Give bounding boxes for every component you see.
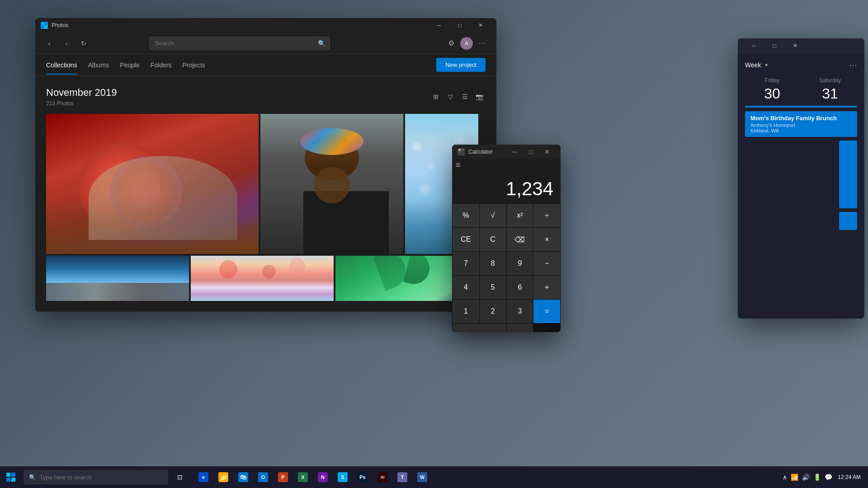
eight-button[interactable]: 8 bbox=[480, 252, 506, 275]
list-view-button[interactable]: ☰ bbox=[458, 90, 471, 103]
maximize-button[interactable]: □ bbox=[449, 18, 470, 33]
taskbar-app-excel[interactable]: X bbox=[293, 466, 313, 488]
one-button[interactable]: 1 bbox=[453, 300, 479, 323]
five-button[interactable]: 5 bbox=[480, 276, 506, 299]
divide-button[interactable]: ÷ bbox=[533, 204, 560, 227]
camera-view-button[interactable]: 📷 bbox=[473, 90, 486, 103]
multiply-button[interactable]: × bbox=[533, 228, 560, 251]
view-controls: ⊞ ▽ ☰ 📷 bbox=[429, 90, 486, 103]
plus-button[interactable]: + bbox=[533, 276, 560, 299]
volume-icon[interactable]: 🔊 bbox=[802, 474, 810, 481]
photo-woman[interactable] bbox=[260, 114, 403, 254]
filter-button[interactable]: ▽ bbox=[444, 90, 457, 103]
three-button[interactable]: 3 bbox=[507, 300, 533, 323]
taskbar-search-input[interactable] bbox=[40, 474, 163, 481]
zero-button[interactable]: 0 bbox=[453, 324, 506, 332]
back-button[interactable]: ‹ bbox=[42, 37, 56, 50]
tab-people[interactable]: People bbox=[120, 56, 140, 74]
taskbar-app-illustrator[interactable]: Ai bbox=[373, 466, 392, 488]
svg-rect-7 bbox=[463, 149, 464, 150]
taskbar-app-word[interactable]: W bbox=[412, 466, 432, 488]
minimize-button[interactable]: ─ bbox=[429, 18, 449, 33]
calendar-maximize-button[interactable]: □ bbox=[764, 38, 785, 53]
nine-button[interactable]: 9 bbox=[507, 252, 533, 275]
calendar-close-button[interactable]: ✕ bbox=[785, 38, 806, 53]
taskbar-app-explorer[interactable]: 📁 bbox=[213, 466, 233, 488]
event-location-2: Kirkland, WA bbox=[750, 128, 852, 133]
calculator-close-button[interactable]: ✕ bbox=[539, 145, 555, 159]
calculator-minimize-button[interactable]: ─ bbox=[506, 145, 523, 159]
taskbar-search-box[interactable]: 🔍 bbox=[24, 470, 168, 484]
saturday-column: Saturday 31 bbox=[803, 77, 857, 102]
avatar-button[interactable]: A bbox=[460, 37, 473, 50]
photo-grid bbox=[46, 114, 486, 301]
taskbar-app-photoshop[interactable]: Ps bbox=[353, 466, 373, 488]
settings-button[interactable]: ⚙ bbox=[444, 36, 458, 51]
tab-collections[interactable]: Collections bbox=[46, 56, 77, 74]
two-button[interactable]: 2 bbox=[480, 300, 506, 323]
equals-button[interactable]: = bbox=[533, 300, 560, 323]
calculator-maximize-button[interactable]: □ bbox=[523, 145, 539, 159]
taskview-button[interactable]: ⊡ bbox=[170, 466, 190, 488]
search-input[interactable] bbox=[149, 37, 330, 50]
clock[interactable]: 12:24 AM bbox=[838, 474, 861, 481]
tray-icons: ∧ 📶 🔊 🔋 💬 bbox=[783, 474, 832, 481]
clear-button[interactable]: C bbox=[480, 228, 506, 251]
chevron-down-icon[interactable]: ▾ bbox=[765, 62, 768, 68]
grid-view-button[interactable]: ⊞ bbox=[429, 90, 442, 103]
taskbar-app-store[interactable]: 🛍 bbox=[233, 466, 253, 488]
close-button[interactable]: ✕ bbox=[470, 18, 491, 33]
new-project-button[interactable]: New project bbox=[436, 58, 486, 72]
edge-icon: e bbox=[198, 472, 208, 482]
percent-button[interactable]: % bbox=[453, 204, 479, 227]
start-button[interactable] bbox=[0, 466, 22, 488]
tab-projects[interactable]: Projects bbox=[182, 56, 205, 74]
notifications-icon[interactable]: 💬 bbox=[825, 474, 832, 481]
photos-titlebar: Photos ─ □ ✕ bbox=[35, 18, 496, 33]
hamburger-menu-button[interactable]: ≡ bbox=[456, 161, 557, 169]
search-icon: 🔍 bbox=[29, 474, 36, 481]
skype-icon: S bbox=[338, 472, 348, 482]
taskbar-app-outlook[interactable]: O bbox=[253, 466, 273, 488]
calendar-more-button[interactable]: ⋯ bbox=[849, 60, 857, 70]
photo-pink-flowers[interactable] bbox=[191, 256, 334, 301]
taskview-icon: ⊡ bbox=[177, 474, 183, 481]
photoshop-icon: Ps bbox=[358, 472, 368, 482]
four-button[interactable]: 4 bbox=[453, 276, 479, 299]
sqrt-button[interactable]: √ bbox=[480, 204, 506, 227]
battery-icon[interactable]: 🔋 bbox=[813, 474, 821, 481]
refresh-button[interactable]: ↻ bbox=[77, 37, 90, 50]
taskbar-app-edge[interactable]: e bbox=[193, 466, 213, 488]
minus-button[interactable]: − bbox=[533, 252, 560, 275]
explorer-icon: 📁 bbox=[218, 472, 228, 482]
photos-toolbar: ‹ › ↻ 🔍 ⚙ A ⋯ bbox=[35, 33, 496, 54]
calendar-minimize-button[interactable]: ─ bbox=[743, 38, 764, 53]
friday-label: Friday bbox=[745, 77, 799, 84]
tab-albums[interactable]: Albums bbox=[88, 56, 109, 74]
photo-flowers[interactable] bbox=[46, 114, 259, 254]
photos-nav: Collections Albums People Folders Projec… bbox=[35, 54, 496, 76]
photo-row-2 bbox=[46, 256, 486, 301]
decimal-button[interactable]: . bbox=[507, 324, 533, 332]
desktop: Photos ─ □ ✕ ‹ › ↻ 🔍 ⚙ A ⋯ Collectio bbox=[0, 0, 868, 488]
taskbar-app-powerpoint[interactable]: P bbox=[273, 466, 293, 488]
calendar-titlebar: ─ □ ✕ bbox=[738, 38, 864, 53]
store-icon: 🛍 bbox=[238, 472, 248, 482]
event-location-1: Anthony's Homeport bbox=[750, 122, 852, 128]
tab-folders[interactable]: Folders bbox=[151, 56, 172, 74]
six-button[interactable]: 6 bbox=[507, 276, 533, 299]
taskbar-app-onenote[interactable]: N bbox=[313, 466, 333, 488]
forward-button[interactable]: › bbox=[60, 37, 73, 50]
squared-button[interactable]: x² bbox=[507, 204, 533, 227]
taskbar-app-teams[interactable]: T bbox=[392, 466, 412, 488]
photo-ocean[interactable] bbox=[46, 256, 189, 301]
backspace-button[interactable]: ⌫ bbox=[507, 228, 533, 251]
more-button[interactable]: ⋯ bbox=[475, 36, 489, 51]
seven-button[interactable]: 7 bbox=[453, 252, 479, 275]
calendar-event[interactable]: Mom's Birthday Family Brunch Anthony's H… bbox=[745, 111, 857, 137]
svg-rect-8 bbox=[458, 151, 459, 152]
taskbar-app-skype[interactable]: S bbox=[333, 466, 353, 488]
network-icon[interactable]: 📶 bbox=[791, 474, 798, 481]
chevron-up-icon[interactable]: ∧ bbox=[783, 474, 787, 481]
ce-button[interactable]: CE bbox=[453, 228, 479, 251]
